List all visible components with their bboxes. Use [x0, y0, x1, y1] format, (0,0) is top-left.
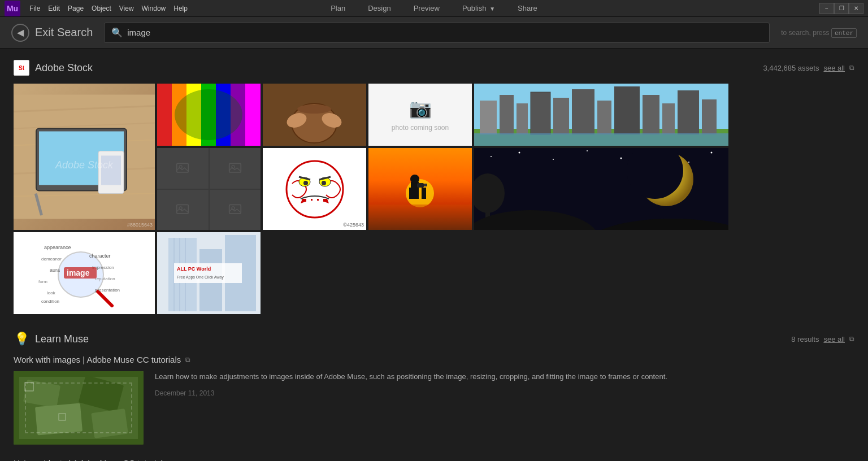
stock-img-id-2: ©425643 [343, 222, 364, 228]
stock-image-baseball[interactable]: ©425643 [263, 148, 366, 230]
svg-rect-41 [229, 163, 241, 172]
svg-rect-30 [553, 98, 569, 134]
menu-help[interactable]: Help [173, 5, 188, 12]
stock-image-moon[interactable] [474, 148, 728, 230]
search-input[interactable] [127, 28, 762, 37]
svg-rect-43 [177, 205, 189, 214]
svg-rect-34 [643, 95, 659, 134]
svg-rect-63 [422, 188, 426, 199]
svg-point-94 [553, 159, 554, 160]
learn-muse-meta: 8 results see all ⧉ [791, 335, 854, 343]
back-icon: ◀ [11, 24, 29, 42]
adobe-stock-meta: 3,442,685 assets see all ⧉ [763, 64, 854, 72]
no-img-cell-1 [157, 148, 209, 189]
stock-image-placeholder[interactable]: 📷 photo coming soon [368, 84, 472, 146]
tutorial-thumbnail-1[interactable] [14, 371, 144, 445]
camera-icon: 📷 [409, 98, 432, 119]
nav-design[interactable]: Design [363, 2, 395, 15]
svg-text:aura: aura [50, 267, 60, 273]
svg-point-95 [587, 150, 588, 151]
search-input-container: 🔍 [104, 23, 770, 43]
svg-point-21 [297, 105, 331, 114]
menu-edit[interactable]: Edit [48, 5, 60, 12]
learn-muse-title-group: 💡 Learn Muse [14, 331, 89, 347]
stock-images-grid: Adobe Stock #88015643 [14, 84, 854, 314]
svg-rect-108 [23, 380, 60, 408]
svg-text:character: character [89, 253, 111, 259]
search-icon: 🔍 [111, 27, 123, 38]
svg-rect-36 [678, 90, 699, 134]
svg-point-51 [322, 181, 326, 185]
svg-point-61 [410, 175, 419, 184]
external-link-icon: ⧉ [849, 64, 854, 72]
tutorial-date-1: December 11, 2013 [155, 389, 214, 397]
menu-file[interactable]: File [29, 5, 40, 12]
stock-image-silhouette[interactable] [368, 148, 472, 230]
svg-rect-28 [517, 103, 528, 134]
adobe-stock-see-all[interactable]: see all [823, 64, 845, 72]
exit-search-label: Exit Search [35, 26, 93, 39]
svg-rect-111 [91, 408, 128, 438]
moon-svg [474, 148, 728, 230]
svg-rect-112 [25, 382, 33, 391]
lightbulb-icon-container: 💡 [14, 331, 29, 347]
laptop-svg [14, 84, 155, 230]
nav-preview[interactable]: Preview [409, 2, 444, 15]
menu-page[interactable]: Page [68, 5, 84, 12]
tutorial-thumb-image-1 [14, 371, 144, 445]
stock-image-allpc[interactable]: ALL PC World Free Apps One Click Away [157, 232, 261, 314]
learn-muse-results: 8 results [791, 335, 819, 343]
svg-text:demeanor: demeanor [41, 256, 62, 262]
menu-view[interactable]: View [119, 5, 134, 12]
menu-bar: File Edit Page Object View Window Help [29, 5, 188, 12]
svg-point-18 [175, 89, 242, 140]
svg-rect-55 [313, 199, 317, 202]
stock-image-colors[interactable] [157, 84, 261, 146]
stock-image-wordcloud[interactable]: appearance demeanor aura form look condi… [14, 232, 155, 314]
svg-rect-17 [245, 84, 261, 146]
no-image-icon-2 [228, 162, 242, 175]
no-img-cell-4 [210, 190, 261, 230]
silhouette-svg [368, 148, 472, 230]
stock-watermark: Adobe Stock [55, 159, 113, 171]
svg-rect-31 [572, 89, 594, 134]
tutorial-title-1[interactable]: Work with images | Adobe Muse CC tutoria… [14, 355, 854, 364]
enter-key-hint: enter [831, 28, 857, 38]
svg-rect-113 [59, 414, 66, 420]
titlebar: Mu File Edit Page Object View Window Hel… [0, 0, 868, 17]
nav-plan[interactable]: Plan [326, 2, 350, 15]
exit-search-button[interactable]: ◀ Exit Search [11, 24, 93, 42]
nav-publish[interactable]: Publish ▼ [458, 2, 500, 15]
svg-point-47 [287, 161, 343, 218]
adobe-stock-count: 3,442,685 assets [763, 64, 819, 72]
no-image-icon-4 [228, 203, 242, 216]
svg-point-50 [303, 181, 308, 185]
minimize-button[interactable]: − [819, 3, 834, 14]
svg-rect-29 [531, 92, 550, 134]
no-img-cell-3 [157, 190, 209, 230]
svg-rect-45 [229, 205, 241, 214]
tutorial-title-2[interactable]: Using widgets | Adobe Muse CC tutorials … [14, 458, 854, 461]
allpc-svg: ALL PC World Free Apps One Click Away [157, 232, 261, 314]
stock-image-city1[interactable] [474, 84, 728, 146]
svg-rect-38 [474, 133, 728, 146]
svg-rect-26 [480, 101, 497, 134]
menu-window[interactable]: Window [142, 5, 166, 12]
stock-image-pottery[interactable] [263, 84, 366, 146]
pottery-svg [263, 84, 366, 146]
restore-button[interactable]: ❐ [834, 3, 849, 14]
learn-muse-section-header: 💡 Learn Muse 8 results see all ⧉ [14, 331, 854, 347]
tutorial-info-1: Learn how to make adjustments to images … [155, 371, 854, 445]
nav-share[interactable]: Share [513, 2, 542, 15]
close-button[interactable]: ✕ [849, 3, 863, 14]
lightbulb-icon: 💡 [14, 332, 29, 346]
learn-muse-see-all[interactable]: see all [823, 335, 845, 343]
stock-image-noimages[interactable] [157, 148, 261, 230]
stock-image-laptop[interactable]: Adobe Stock #88015643 [14, 84, 155, 230]
tutorial-external-icon-2: ⧉ [172, 459, 177, 462]
stock-img-id-1: #88015643 [127, 222, 153, 228]
search-hint: to search, press enter [781, 29, 857, 37]
tutorial-external-icon-1: ⧉ [185, 356, 190, 364]
titlebar-right: − ❐ ✕ [810, 3, 863, 14]
menu-object[interactable]: Object [92, 5, 111, 12]
